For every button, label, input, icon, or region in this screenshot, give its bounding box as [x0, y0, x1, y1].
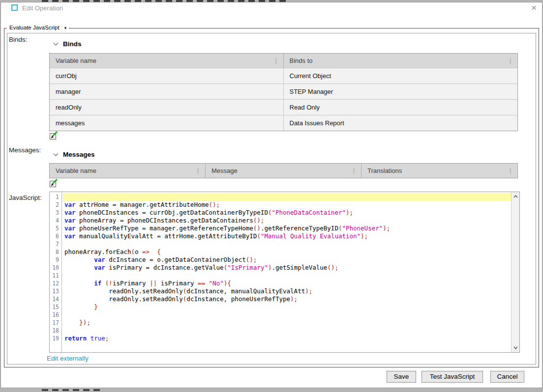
close-icon[interactable]: × — [531, 2, 537, 13]
save-button[interactable]: Save — [387, 371, 416, 383]
code-line[interactable] — [62, 193, 511, 201]
binds-field-label: Binds: — [9, 36, 28, 43]
code-line[interactable]: var isPrimary = dcInstance.getValue("IsP… — [62, 264, 511, 272]
line-number: 18 — [50, 327, 61, 335]
binds-section-toggle[interactable]: Binds — [53, 39, 82, 48]
operation-type-dropdown[interactable]: Evaluate JavaScript▾ — [7, 25, 69, 30]
cancel-button[interactable]: Cancel — [490, 371, 524, 383]
code-token: var — [64, 224, 76, 232]
add-message-row-button[interactable] — [49, 179, 58, 188]
test-javascript-button[interactable]: Test JavaScript — [422, 371, 483, 383]
javascript-code-editor[interactable]: 12345678910111213141516171819 var attrHo… — [49, 192, 520, 353]
table-cell[interactable]: Read Only — [284, 100, 518, 115]
code-line[interactable]: var attrHome = manager.getAttributeHome(… — [62, 201, 511, 209]
binds-table: Variable name ⋮ Binds to ⋮ currObjCurren… — [49, 53, 518, 131]
messages-table-header: Variable name ⋮ Message ⋮ Translations ⋮ — [50, 164, 517, 178]
binds-table-header: Variable name ⋮ Binds to ⋮ — [50, 54, 517, 68]
code-token — [64, 264, 94, 271]
editor-code[interactable]: var attrHome = manager.getAttributeHome(… — [62, 192, 511, 352]
code-token: readOnly.setReadOnly — [64, 287, 183, 295]
column-menu-icon[interactable]: ⋮ — [506, 57, 514, 64]
dialog-title: Edit Operation — [22, 4, 63, 12]
code-line[interactable] — [62, 272, 511, 280]
code-line[interactable]: phoneArray.forEach(o => { — [62, 248, 511, 256]
edit-externally-link[interactable]: Edit externally — [47, 355, 89, 362]
messages-section-toggle[interactable]: Messages — [53, 150, 95, 159]
code-token: { — [157, 248, 161, 255]
code-token: ); — [305, 287, 312, 295]
code-token: ( — [257, 232, 261, 240]
code-line[interactable] — [62, 311, 511, 319]
code-token: var — [64, 232, 76, 240]
column-header-variable-name[interactable]: Variable name ⋮ — [50, 54, 284, 68]
table-cell[interactable]: STEP Manager — [284, 84, 518, 99]
code-line[interactable]: readOnly.setReadOnly(dcInstance, phoneUs… — [62, 295, 511, 303]
code-line[interactable]: var phoneArray = phoneDCInstances.getDat… — [62, 217, 511, 224]
code-line[interactable]: var phoneUserRefType = manager.getRefere… — [62, 224, 511, 232]
table-cell[interactable]: Data Issues Report — [284, 115, 518, 131]
code-token: phoneDCInstances = currObj.getDataContai… — [76, 209, 268, 216]
code-token: var — [64, 217, 76, 224]
chevron-down-icon — [53, 150, 59, 159]
add-bind-row-button[interactable] — [49, 131, 58, 140]
code-line[interactable]: return true; — [62, 335, 511, 342]
line-number: 5 — [50, 224, 61, 232]
column-header-variable-name[interactable]: Variable name ⋮ — [50, 164, 206, 178]
code-token: phoneArray.forEach — [64, 248, 131, 255]
code-token: .getSimpleValue — [272, 264, 327, 271]
column-menu-icon[interactable]: ⋮ — [194, 167, 202, 174]
line-number: 10 — [50, 264, 61, 272]
table-cell[interactable]: manager — [50, 84, 284, 99]
messages-section-title: Messages — [63, 151, 95, 158]
table-row[interactable]: managerSTEP Manager — [50, 84, 517, 99]
column-menu-icon[interactable]: ⋮ — [350, 167, 358, 174]
background-window-text-fragment — [42, 389, 101, 391]
code-token: } — [94, 303, 98, 310]
code-token: () — [253, 224, 261, 232]
chevron-down-icon: ▾ — [64, 26, 67, 30]
code-token: true — [90, 335, 105, 342]
scroll-up-icon[interactable] — [512, 193, 519, 200]
code-token: isPrimary — [113, 280, 150, 287]
table-cell[interactable]: messages — [50, 115, 284, 131]
column-menu-icon[interactable]: ⋮ — [506, 167, 514, 174]
code-token: ; — [105, 335, 109, 342]
code-token: "Manual Quality Evaluation" — [261, 232, 361, 240]
editor-scrollbar[interactable] — [511, 192, 519, 352]
scroll-down-icon[interactable] — [512, 344, 519, 352]
line-number: 3 — [50, 209, 61, 217]
code-line[interactable] — [62, 327, 511, 335]
column-header-binds-to[interactable]: Binds to ⋮ — [284, 54, 518, 68]
column-header-message[interactable]: Message ⋮ — [206, 164, 362, 178]
code-token: isPrimary = dcInstance.getValue — [105, 264, 224, 271]
code-token: (); — [253, 217, 265, 224]
code-token: "PhoneUser" — [342, 224, 383, 232]
code-token — [64, 319, 79, 326]
code-line[interactable]: var phoneDCInstances = currObj.getDataCo… — [62, 209, 511, 217]
code-token: dcInstance, phoneUserRefType — [186, 295, 290, 303]
code-line[interactable]: } — [62, 303, 511, 311]
code-token — [150, 248, 157, 255]
code-line[interactable]: }); — [62, 319, 511, 327]
table-row[interactable]: readOnlyRead Only — [50, 99, 517, 115]
code-token: var — [94, 264, 105, 271]
line-number: 16 — [50, 311, 61, 319]
table-row[interactable]: messagesData Issues Report — [50, 115, 517, 131]
code-token — [101, 280, 105, 287]
code-token: if — [94, 280, 101, 287]
code-token: var — [94, 256, 105, 263]
operation-type-label: Evaluate JavaScript — [9, 25, 60, 30]
code-line[interactable]: if (!isPrimary || isPrimary == "No"){ — [62, 280, 511, 287]
code-line[interactable] — [62, 240, 511, 248]
code-token: var — [64, 201, 76, 208]
table-row[interactable]: currObjCurrent Object — [50, 68, 517, 84]
column-menu-icon[interactable]: ⋮ — [272, 57, 280, 64]
table-cell[interactable]: Current Object — [284, 68, 518, 84]
code-line[interactable]: readOnly.setReadOnly(dcInstance, manualQ… — [62, 287, 511, 295]
table-cell[interactable]: currObj — [50, 68, 284, 84]
table-cell[interactable]: readOnly — [50, 100, 284, 115]
code-line[interactable]: var dcInstance = o.getDataContainerObjec… — [62, 256, 511, 264]
line-number: 2 — [50, 201, 61, 209]
column-header-translations[interactable]: Translations ⋮ — [362, 164, 517, 178]
code-line[interactable]: var manualQualityEvalAtt = attrHome.getA… — [62, 232, 511, 240]
